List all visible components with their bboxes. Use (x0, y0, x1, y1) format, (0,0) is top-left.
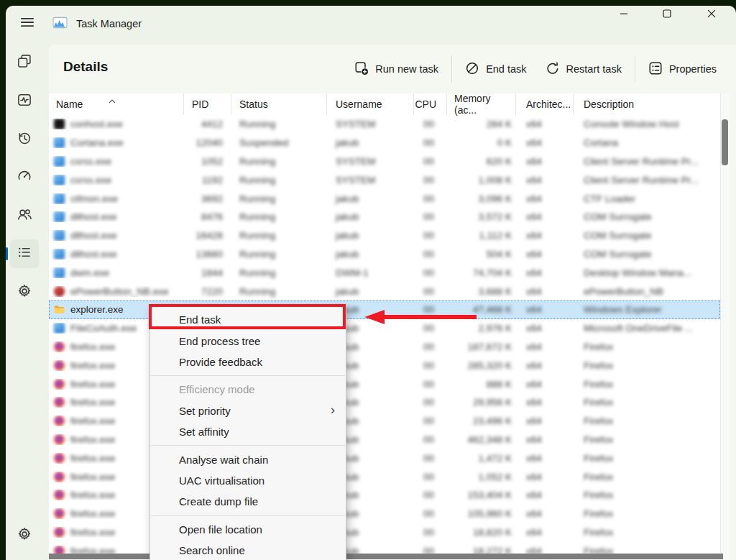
cell-memory: 888 K (447, 379, 516, 390)
cell-pid: 7220 (184, 286, 231, 297)
context-menu-item-uac-virtualisation[interactable]: UAC virtualisation (150, 470, 346, 491)
table-header-row: Name PID Status Username CPU Memory (ac.… (49, 93, 720, 115)
sidebar-item-app-history[interactable] (10, 125, 39, 154)
navigation-menu-button[interactable] (14, 13, 40, 35)
users-icon (17, 206, 32, 225)
column-header-name[interactable]: Name (49, 93, 184, 115)
cell-pid: 4412 (184, 119, 231, 129)
restart-task-button[interactable]: Restart task (536, 55, 631, 83)
sidebar-item-settings[interactable] (10, 521, 39, 550)
column-header-status[interactable]: Status (231, 93, 327, 115)
cell-memory: 2,976 K (447, 323, 516, 334)
context-menu-item-open-file-location[interactable]: Open file location (150, 519, 346, 540)
cell-username: jakub (327, 286, 414, 297)
cell-architecture: x64 (516, 379, 574, 390)
firefox-process-icon (54, 341, 65, 352)
performance-icon (17, 92, 32, 111)
process-row[interactable]: dllhost.exe8476Runningjakub003,572 Kx64C… (49, 208, 720, 226)
vertical-scrollbar-thumb[interactable] (722, 119, 728, 165)
process-row[interactable]: ctfmon.exe3692Runningjakub003,096 Kx64CT… (49, 189, 720, 208)
cell-description: COM Surrogate (574, 211, 720, 222)
cell-cpu: 00 (414, 397, 447, 408)
process-row[interactable]: csrss.exe1052RunningSYSTEM00620 Kx64Clie… (49, 152, 720, 171)
task-manager-app-icon (52, 15, 68, 30)
context-menu-item-label: UAC virtualisation (179, 474, 264, 487)
context-menu-separator (151, 375, 345, 376)
sidebar-item-services[interactable] (10, 278, 39, 307)
cell-memory: 29,956 K (447, 397, 516, 408)
cell-cpu: 00 (414, 323, 447, 334)
blue-process-icon (54, 137, 65, 148)
cell-memory: 1,052 K (447, 472, 516, 482)
column-header-architecture[interactable]: Architec... (516, 93, 574, 115)
cell-architecture: x64 (516, 304, 574, 315)
toolbar-divider (635, 55, 635, 83)
process-row[interactable]: Cortana.exe12040Suspendedjakub000 Kx64Co… (49, 134, 720, 152)
cell-memory: 47,468 K (447, 304, 516, 315)
sidebar-item-performance[interactable] (10, 87, 39, 116)
process-row[interactable]: dllhost.exe16428Runningjakub001,112 Kx64… (49, 226, 720, 245)
run-new-task-button[interactable]: Run new task (345, 55, 448, 83)
sidebar-item-processes[interactable] (10, 48, 39, 77)
process-row[interactable]: dllhost.exe13660Runningjakub00504 Kx64CO… (49, 245, 720, 264)
context-menu-item-create-dump-file[interactable]: Create dump file (150, 491, 346, 512)
cell-memory: 23,496 K (447, 416, 516, 426)
cell-pid: 1844 (184, 267, 231, 278)
cell-description: COM Surrogate (574, 230, 720, 241)
cell-description: Cortana (574, 137, 720, 148)
cell-name: dllhost.exe (49, 211, 184, 222)
processes-icon (17, 53, 32, 72)
column-header-username[interactable]: Username (327, 93, 414, 115)
process-row[interactable]: ePowerButton_NB.exe7220Runningjakub003,6… (49, 282, 720, 300)
context-menu-item-analyse-wait-chain[interactable]: Analyse wait chain (150, 449, 346, 469)
cell-architecture: x64 (516, 175, 574, 185)
column-header-cpu[interactable]: CPU (414, 93, 447, 115)
column-header-description[interactable]: Description (574, 93, 720, 115)
cell-architecture: x64 (516, 193, 574, 204)
context-menu-item-provide-feedback[interactable]: Provide feedback (150, 352, 346, 372)
column-header-memory[interactable]: Memory (ac... (447, 93, 516, 115)
page-title: Details (63, 59, 108, 75)
end-task-button[interactable]: End task (456, 55, 535, 83)
cell-name: Cortana.exe (49, 137, 184, 148)
cell-username: DWM-1 (327, 267, 414, 278)
cell-status: Running (231, 267, 327, 278)
properties-button[interactable]: Properties (639, 55, 726, 83)
close-icon (706, 8, 717, 22)
cell-memory: 3,688 K (447, 286, 516, 297)
cell-description: Firefox (574, 453, 720, 464)
cell-memory: 187,672 K (447, 341, 516, 352)
maximize-button[interactable] (650, 3, 684, 27)
cell-description: Client Server Runtime Pr... (574, 156, 720, 167)
context-menu-item-search-online[interactable]: Search online (150, 540, 346, 560)
cell-name: dllhost.exe (49, 230, 184, 241)
cell-description: Console Window Host (574, 119, 720, 129)
context-menu-item-set-priority[interactable]: Set priority› (150, 400, 346, 421)
cell-description: Firefox (574, 416, 720, 426)
task-manager-screenshot: { "window": { "app_title": "Task Manager… (0, 0, 736, 560)
process-row[interactable]: dwm.exe1844RunningDWM-10074,704 Kx64Desk… (49, 263, 720, 282)
firefox-process-icon (54, 527, 65, 538)
minimize-button[interactable] (607, 3, 640, 27)
sidebar-item-startup-apps[interactable] (10, 163, 39, 192)
cell-description: Firefox (574, 490, 720, 500)
column-header-pid[interactable]: PID (184, 93, 231, 115)
sort-ascending-icon (108, 94, 116, 107)
context-menu-item-label: Provide feedback (179, 356, 262, 368)
cell-memory: 1,112 K (447, 230, 516, 241)
cell-username: SYSTEM (327, 175, 414, 185)
cell-memory: 620 K (447, 156, 516, 167)
sidebar-item-users[interactable] (10, 201, 39, 230)
red-process-icon (54, 286, 65, 297)
close-button[interactable] (695, 3, 728, 27)
sidebar-item-details[interactable] (10, 239, 39, 268)
submenu-chevron-icon: › (331, 402, 335, 418)
process-row[interactable]: conhost.exe4412RunningSYSTEM00284 Kx64Co… (49, 115, 720, 134)
cell-status: Running (231, 156, 327, 167)
restart-task-label: Restart task (566, 63, 622, 75)
process-row[interactable]: csrss.exe1192RunningSYSTEM001,008 Kx64Cl… (49, 170, 720, 189)
cell-description: Microsoft OneDriveFile ... (574, 323, 720, 334)
context-menu-item-end-process-tree[interactable]: End process tree (150, 330, 346, 351)
cell-architecture: x64 (516, 397, 574, 408)
context-menu-item-set-affinity[interactable]: Set affinity (150, 421, 346, 442)
